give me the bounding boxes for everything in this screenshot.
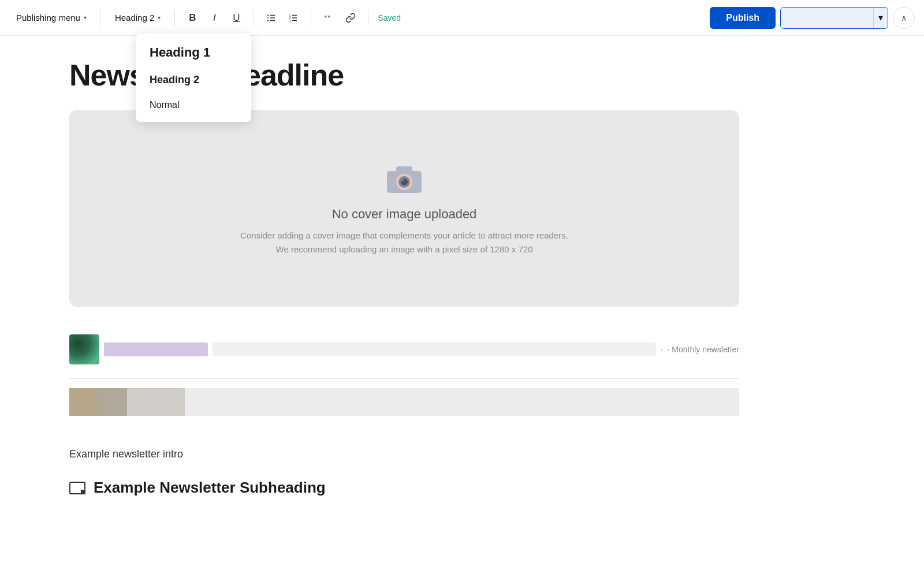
svg-rect-13 <box>396 166 412 173</box>
audience-select[interactable]: ▾ <box>780 7 888 29</box>
quote-link-group <box>318 8 361 28</box>
publishing-menu-button[interactable]: Publishing menu ▾ <box>9 8 94 27</box>
underline-button[interactable]: U <box>226 8 247 28</box>
cover-image-area[interactable]: No cover image uploaded Consider adding … <box>69 110 739 307</box>
bold-button[interactable]: B <box>182 8 203 28</box>
no-cover-title: No cover image uploaded <box>332 207 477 222</box>
heading1-option[interactable]: Heading 1 <box>136 38 251 67</box>
newsletter-tag: · · Monthly newsletter <box>661 345 739 354</box>
subheading-icon <box>69 482 85 494</box>
list-format-group: 1 2 3 <box>261 8 304 28</box>
chevron-up-icon: ∧ <box>901 13 907 23</box>
camera-icon <box>383 161 425 198</box>
no-cover-description: Consider adding a cover image that compl… <box>240 229 568 256</box>
svg-point-3 <box>267 14 269 16</box>
publish-button[interactable]: Publish <box>710 7 776 29</box>
normal-option[interactable]: Normal <box>136 93 251 117</box>
heading-dropdown-menu: Heading 1 Heading 2 Normal <box>136 33 251 122</box>
swatch-bar <box>185 388 739 416</box>
heading-chevron-icon: ▾ <box>158 14 161 21</box>
collapse-button[interactable]: ∧ <box>893 7 915 29</box>
svg-rect-18 <box>389 173 394 177</box>
heading-select-button[interactable]: Heading 2 ▾ <box>108 8 167 27</box>
example-intro[interactable]: Example newsletter intro <box>69 448 739 460</box>
content-row-1: · · Monthly newsletter <box>69 334 739 379</box>
swatch-light <box>127 388 185 416</box>
heading-select-label: Heading 2 <box>115 13 154 23</box>
audience-select-arrow-icon[interactable]: ▾ <box>873 8 888 28</box>
saved-status: Saved <box>378 13 401 23</box>
publishing-menu-label: Publishing menu <box>16 13 80 23</box>
blockquote-button[interactable] <box>318 8 339 28</box>
newsletter-dot-icon: · <box>661 345 663 354</box>
lavender-bar <box>104 342 208 356</box>
audience-select-input[interactable] <box>781 8 873 28</box>
example-subheading[interactable]: Example Newsletter Subheading <box>94 479 326 497</box>
svg-point-4 <box>267 17 269 18</box>
divider-4 <box>311 10 311 26</box>
divider-5 <box>368 10 368 26</box>
unordered-list-button[interactable] <box>261 8 282 28</box>
svg-point-17 <box>401 179 404 181</box>
link-button[interactable] <box>340 8 361 28</box>
ordered-list-button[interactable]: 1 2 3 <box>283 8 304 28</box>
swatch-tan <box>69 388 97 416</box>
swatches-row <box>69 388 739 430</box>
subheading-row: Example Newsletter Subheading <box>69 479 739 497</box>
svg-text:3: 3 <box>289 18 291 22</box>
svg-point-5 <box>267 20 269 21</box>
divider-1 <box>100 10 101 26</box>
publishing-menu-chevron-icon: ▾ <box>84 14 87 21</box>
light-gray-bar <box>213 342 656 356</box>
heading2-option[interactable]: Heading 2 <box>136 67 251 93</box>
swatch-sage <box>97 388 127 416</box>
main-content: Newsletter Headline No cover imag <box>0 36 808 543</box>
toolbar: Publishing menu ▾ Heading 2 ▾ Heading 1 … <box>0 0 924 36</box>
text-format-group: B I U <box>182 8 247 28</box>
divider-2 <box>174 10 175 26</box>
italic-button[interactable]: I <box>204 8 225 28</box>
article-thumbnail <box>69 334 99 364</box>
divider-3 <box>254 10 254 26</box>
